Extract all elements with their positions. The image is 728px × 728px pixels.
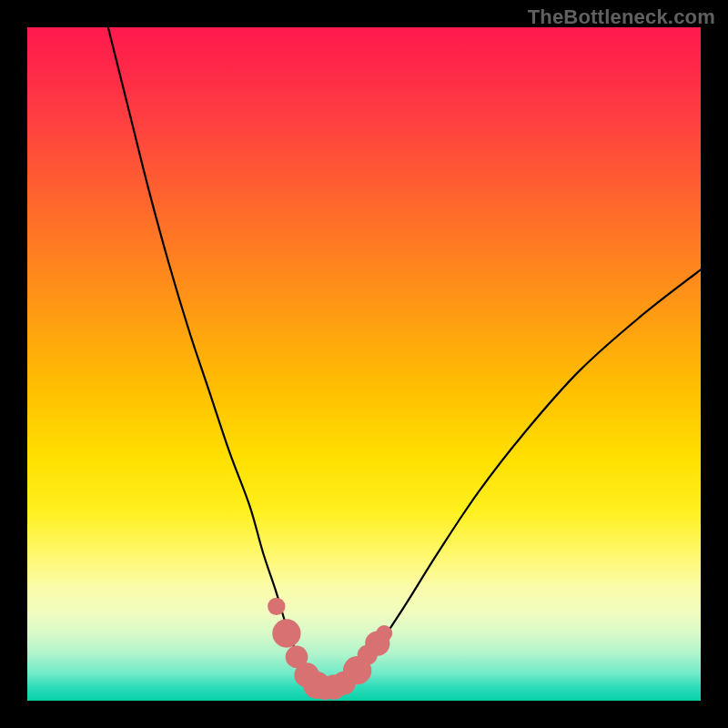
watermark-text: TheBottleneck.com	[528, 5, 715, 29]
chart-svg	[27, 27, 701, 701]
bottleneck-curve	[108, 27, 701, 689]
chart-frame: TheBottleneck.com	[0, 0, 728, 728]
plot-area	[27, 27, 701, 701]
marker-dot	[272, 619, 300, 647]
marker-dot	[376, 625, 392, 642]
marker-dot	[268, 598, 285, 615]
highlight-markers	[268, 598, 392, 700]
